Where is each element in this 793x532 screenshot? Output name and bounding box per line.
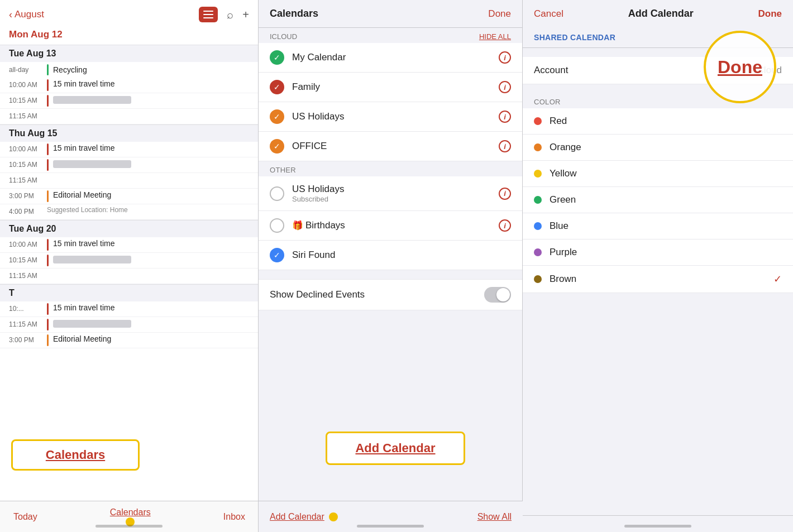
home-bar-2 (357, 525, 424, 528)
calendar-item-us-holidays-icloud[interactable]: ✓ US Holidays i (259, 102, 522, 132)
info-icon-family[interactable]: i (499, 81, 511, 93)
icloud-section-header: ICLOUD HIDE ALL (259, 28, 522, 43)
event-time: 11:15 AM (9, 319, 47, 328)
event-time: 10:00 AM (9, 143, 47, 153)
header-actions: ⌕ + (199, 7, 249, 22)
info-icon-my-calendar[interactable]: i (499, 51, 511, 64)
calendar-item-my-calendar[interactable]: ✓ My Calendar i (259, 43, 522, 73)
color-item-purple[interactable]: Purple (523, 239, 793, 266)
color-item-green[interactable]: Green (523, 187, 793, 213)
calendar-item-birthdays[interactable]: 🎁Birthdays i (259, 211, 522, 241)
event-content: 15 min travel time (53, 143, 249, 152)
add-event-icon[interactable]: + (242, 8, 249, 21)
day-header-thu-aug15: Thu Aug 15 (0, 124, 258, 142)
add-calendar-annotation-text: Add Calendar (355, 441, 435, 455)
calendars-footer-label[interactable]: Calendars (110, 507, 151, 517)
chevron-left-icon: ‹ (9, 9, 12, 21)
event-bar (47, 64, 49, 75)
event-row-recycling[interactable]: all-day Recycling (0, 62, 258, 78)
event-bar (47, 159, 49, 171)
orange-color-dot (534, 143, 542, 151)
other-section-header: OTHER (259, 161, 522, 176)
event-row-travel-1[interactable]: 10:00 AM 15 min travel time (0, 78, 258, 93)
event-subtitle: Suggested Location: Home (47, 206, 249, 214)
event-row-redacted-4[interactable]: 11:15 AM (0, 317, 258, 333)
color-item-brown[interactable]: Brown ✓ (523, 266, 793, 293)
calendar-item-siri-found[interactable]: ✓ Siri Found (259, 241, 522, 270)
color-item-orange[interactable]: Orange (523, 135, 793, 161)
event-row-editorial-2[interactable]: 3:00 PM Editorial Meeting (0, 333, 258, 348)
event-time: 3:00 PM (9, 334, 47, 344)
event-row-travel-4[interactable]: 10:... 15 min travel time (0, 301, 258, 317)
check-circle-us-holidays: ✓ (270, 109, 284, 124)
calendar-item-office[interactable]: ✓ OFFICE i (259, 132, 522, 161)
event-content: 15 min travel time (53, 79, 249, 88)
brown-color-dot (534, 275, 542, 283)
calendar-name-us-holidays: US Holidays (292, 111, 499, 122)
event-row-editorial-1[interactable]: 3:00 PM Editorial Meeting (0, 189, 258, 204)
redacted-content (53, 320, 131, 328)
info-icon-us-holidays[interactable]: i (499, 111, 511, 123)
event-time: 10:15 AM (9, 95, 47, 104)
event-content (53, 255, 249, 263)
event-title: 15 min travel time (53, 143, 249, 152)
today-button[interactable]: Today (13, 512, 37, 522)
add-calendar-panel: Cancel Add Calendar Done Done SHARED CAL… (523, 0, 793, 532)
event-row-redacted-2[interactable]: 10:15 AM (0, 157, 258, 173)
color-item-yellow[interactable]: Yellow (523, 161, 793, 187)
green-color-dot (534, 196, 542, 204)
color-name-blue: Blue (550, 221, 569, 232)
redacted-content (53, 256, 131, 263)
color-name-yellow: Yellow (550, 168, 577, 179)
info-icon-office[interactable]: i (499, 140, 511, 152)
back-label[interactable]: August (15, 9, 44, 20)
redacted-content (53, 160, 131, 168)
day-header-tue-aug20: Tue Aug 20 (0, 220, 258, 237)
calendar-panel: ‹ August ⌕ + Mon Aug 12 Tue Aug 13 all-d… (0, 0, 259, 532)
birthday-icon: 🎁 (292, 221, 303, 230)
event-row-redacted-1[interactable]: 10:15 AM (0, 93, 258, 109)
calendars-done-button[interactable]: Done (488, 8, 511, 20)
search-icon[interactable]: ⌕ (227, 8, 233, 21)
icloud-label: ICLOUD (270, 32, 297, 41)
menu-button[interactable] (199, 7, 218, 22)
show-declined-toggle[interactable] (484, 287, 511, 303)
calendar-item-us-holidays-other[interactable]: US Holidays Subscribed i (259, 176, 522, 211)
color-item-red[interactable]: Red (523, 108, 793, 135)
calendars-annotation-box: Calendars (11, 439, 140, 471)
event-time: 11:15 AM (9, 270, 47, 280)
day-header-tue-aug13: Tue Aug 13 (0, 45, 258, 62)
event-time: 10:15 AM (9, 255, 47, 264)
add-calendar-done-button[interactable]: Done (758, 8, 782, 20)
event-row-redacted-3[interactable]: 10:15 AM (0, 253, 258, 269)
event-row-1115-1: 11:15 AM (0, 109, 258, 124)
add-calendar-footer-button[interactable]: Add Calendar (270, 512, 324, 522)
color-item-blue[interactable]: Blue (523, 213, 793, 239)
inbox-button[interactable]: Inbox (223, 512, 245, 522)
day-header-partial: T (0, 284, 258, 301)
purple-color-dot (534, 248, 542, 256)
color-name-green: Green (550, 194, 576, 205)
calendar-item-family[interactable]: ✓ Family i (259, 73, 522, 102)
calendars-footer-button[interactable]: Calendars (110, 507, 151, 526)
event-time: 4:00 PM (9, 206, 47, 215)
event-bar (47, 239, 49, 251)
event-time: 10:... (9, 303, 47, 313)
show-declined-label: Show Declined Events (270, 289, 365, 300)
event-bar (47, 303, 49, 315)
event-time: 11:15 AM (9, 111, 47, 120)
add-calendar-annotation-box: Add Calendar (326, 432, 465, 465)
event-bar (47, 79, 49, 91)
show-declined-row: Show Declined Events (259, 279, 522, 310)
info-icon-birthdays[interactable]: i (499, 219, 511, 232)
color-dot-row: Purple (534, 247, 577, 258)
back-button[interactable]: ‹ August (9, 9, 44, 21)
event-row-travel-2[interactable]: 10:00 AM 15 min travel time (0, 142, 258, 157)
hide-all-button[interactable]: HIDE ALL (479, 32, 511, 41)
event-row-travel-3[interactable]: 10:00 AM 15 min travel time (0, 237, 258, 253)
info-icon-us-holidays-other[interactable]: i (499, 188, 511, 200)
cancel-button[interactable]: Cancel (534, 8, 563, 20)
event-row-1115-3: 11:15 AM (0, 269, 258, 284)
show-all-button[interactable]: Show All (477, 512, 512, 522)
calendars-panel-header: Calendars Done (259, 0, 522, 28)
